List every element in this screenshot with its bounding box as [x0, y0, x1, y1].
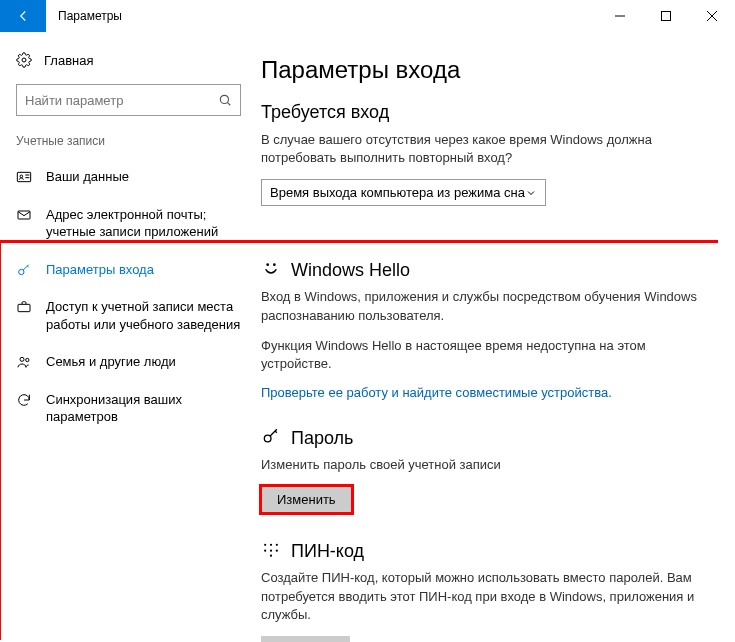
svg-point-19	[264, 544, 266, 546]
minimize-button[interactable]	[597, 0, 643, 32]
svg-rect-7	[17, 172, 30, 181]
hello-description-1: Вход в Windows, приложения и службы поср…	[261, 288, 711, 324]
section-heading: Учетные записи	[0, 134, 257, 158]
require-signin-description: В случае вашего отсутствия через какое в…	[261, 131, 711, 167]
hello-heading: Windows Hello	[291, 260, 410, 281]
sidebar-item-work-access[interactable]: Доступ к учетной записи места работы или…	[0, 288, 257, 343]
smiley-icon	[261, 258, 281, 282]
svg-line-3	[707, 11, 717, 21]
page-title: Параметры входа	[261, 56, 711, 84]
svg-point-21	[276, 544, 278, 546]
sidebar-item-label: Параметры входа	[46, 261, 241, 279]
search-icon	[218, 93, 232, 107]
people-icon	[16, 354, 32, 370]
svg-point-5	[220, 95, 228, 103]
briefcase-icon	[16, 299, 32, 315]
key-icon	[261, 426, 281, 450]
pin-heading: ПИН-код	[291, 541, 364, 562]
search-input[interactable]	[25, 93, 218, 108]
sidebar-item-sync[interactable]: Синхронизация ваших параметров	[0, 381, 257, 436]
sidebar-item-family[interactable]: Семья и другие люди	[0, 343, 257, 381]
sidebar-item-email[interactable]: Адрес электронной почты; учетные записи …	[0, 196, 257, 251]
back-button[interactable]	[0, 0, 46, 32]
svg-point-23	[270, 550, 272, 552]
sync-icon	[16, 392, 32, 408]
home-link[interactable]: Главная	[0, 46, 257, 84]
require-signin-dropdown[interactable]: Время выхода компьютера из режима сна	[261, 179, 546, 206]
dropdown-value: Время выхода компьютера из режима сна	[270, 185, 525, 200]
svg-point-17	[273, 264, 276, 267]
svg-point-15	[26, 359, 29, 362]
svg-point-4	[22, 58, 26, 62]
svg-line-2	[707, 11, 717, 21]
sidebar-item-label: Семья и другие люди	[46, 353, 241, 371]
svg-line-6	[227, 102, 230, 105]
svg-point-24	[276, 550, 278, 552]
chevron-down-icon	[525, 187, 537, 199]
mail-icon	[16, 207, 32, 223]
window-title: Параметры	[46, 9, 597, 23]
sidebar-item-label: Синхронизация ваших параметров	[46, 391, 241, 426]
password-description: Изменить пароль своей учетной записи	[261, 456, 711, 474]
svg-rect-11	[18, 211, 30, 219]
require-signin-heading: Требуется вход	[261, 102, 711, 123]
svg-point-14	[20, 358, 24, 362]
change-password-button[interactable]: Изменить	[261, 486, 352, 513]
gear-icon	[16, 52, 32, 68]
svg-point-8	[20, 175, 23, 178]
svg-point-12	[19, 269, 24, 274]
key-icon	[16, 262, 32, 278]
svg-rect-1	[662, 12, 671, 21]
svg-rect-13	[18, 305, 30, 312]
maximize-button[interactable]	[643, 0, 689, 32]
svg-point-22	[264, 550, 266, 552]
search-input-container[interactable]	[16, 84, 241, 116]
svg-point-25	[270, 555, 272, 557]
svg-point-16	[266, 264, 269, 267]
pin-description: Создайте ПИН-код, который можно использо…	[261, 569, 711, 624]
home-label: Главная	[44, 53, 93, 68]
close-button[interactable]	[689, 0, 735, 32]
svg-point-18	[264, 435, 271, 442]
hello-compatibility-link[interactable]: Проверьте ее работу и найдите совместимы…	[261, 385, 711, 400]
sidebar-item-label: Ваши данные	[46, 168, 241, 186]
id-card-icon	[16, 169, 32, 185]
password-heading: Пароль	[291, 428, 353, 449]
pin-icon	[261, 539, 281, 563]
svg-point-20	[270, 544, 272, 546]
hello-description-2: Функция Windows Hello в настоящее время …	[261, 337, 711, 373]
add-pin-button[interactable]: Добавить	[261, 636, 350, 642]
sidebar-item-your-info[interactable]: Ваши данные	[0, 158, 257, 196]
sidebar-item-label: Адрес электронной почты; учетные записи …	[46, 206, 241, 241]
sidebar-item-signin-options[interactable]: Параметры входа	[0, 251, 257, 289]
sidebar-item-label: Доступ к учетной записи места работы или…	[46, 298, 241, 333]
